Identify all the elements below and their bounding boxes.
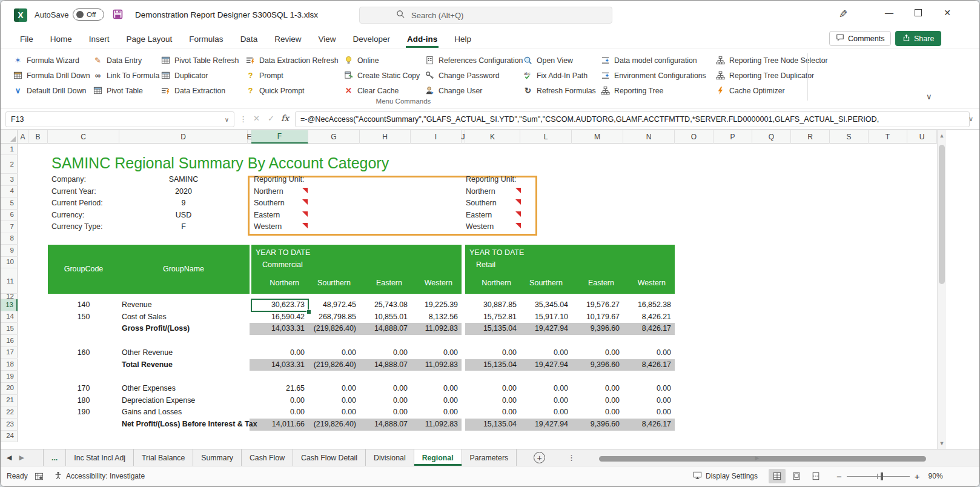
value-cell[interactable]: 0.00 [623, 383, 671, 395]
value-cell[interactable]: 0.00 [572, 347, 620, 359]
value-cell[interactable]: 19,225.39 [411, 299, 458, 311]
horizontal-scrollbar[interactable]: ◀ ▶ [577, 453, 937, 462]
column-header-Q[interactable]: Q [752, 130, 791, 144]
sheet-nav-right-icon[interactable]: ▶ [19, 454, 24, 462]
row-header-6[interactable]: 6 [1, 210, 18, 222]
value-cell[interactable]: 0.00 [411, 395, 458, 407]
info-value-currency[interactable]: USD [119, 210, 248, 222]
value-cell[interactable]: (219,826.40) [308, 419, 356, 431]
zoom-slider[interactable] [847, 472, 910, 480]
reporting-unit-northern-1[interactable]: Northern [254, 186, 283, 198]
column-header-U[interactable]: U [907, 130, 937, 144]
info-value-current-year[interactable]: 2020 [119, 186, 248, 198]
value-cell[interactable]: 16,852.38 [623, 299, 671, 311]
column-header-C[interactable]: C [48, 130, 119, 144]
value-cell[interactable]: (219,826.40) [308, 323, 356, 335]
selection-fill-handle[interactable] [306, 310, 311, 314]
value-cell[interactable]: 0.00 [411, 347, 458, 359]
vscroll-thumb[interactable] [939, 145, 945, 284]
column-header-I[interactable]: I [411, 130, 462, 144]
group-name-cell[interactable]: Other Revenue [122, 347, 173, 359]
row-header-23[interactable]: 23 [1, 419, 18, 431]
sheet-tab-summary[interactable]: Summary [193, 449, 242, 466]
display-settings-button[interactable]: Display Settings [693, 466, 758, 486]
reporting-unit-eastern-1[interactable]: Eastern [254, 210, 280, 222]
zoom-out-icon[interactable]: − [836, 471, 842, 482]
zoom-slider-thumb[interactable] [881, 472, 883, 480]
sheet-tab-parameters[interactable]: Parameters [462, 449, 517, 466]
sheet-tab-cash-flow-detail[interactable]: Cash Flow Detail [293, 449, 366, 466]
group-name-cell[interactable]: Revenue [122, 299, 152, 311]
row-header-5[interactable]: 5 [1, 197, 18, 210]
value-cell[interactable]: 14,011.66 [251, 419, 305, 431]
group-code-cell[interactable]: 180 [48, 395, 119, 407]
reporting-unit-western-1[interactable]: Western [254, 221, 282, 233]
group-code-cell[interactable]: 190 [48, 406, 119, 419]
zoom-in-icon[interactable]: + [915, 471, 920, 482]
column-header-R[interactable]: R [791, 130, 830, 144]
value-cell[interactable]: 14,888.07 [360, 419, 408, 431]
group-code-cell[interactable]: 140 [48, 299, 119, 311]
hscroll-right-icon[interactable]: ▶ [577, 455, 937, 461]
value-cell[interactable]: 8,426.17 [623, 359, 671, 371]
value-cell[interactable]: 0.00 [465, 383, 517, 395]
tabbar-dots-icon[interactable]: ⋮ [568, 453, 575, 462]
value-cell[interactable]: 0.00 [251, 395, 305, 407]
value-cell[interactable]: 19,427.94 [520, 323, 568, 335]
value-cell[interactable]: 0.00 [465, 347, 517, 359]
group-code-cell[interactable]: 160 [48, 347, 119, 359]
column-header-F[interactable]: F [251, 130, 308, 144]
value-cell[interactable]: 0.00 [308, 383, 356, 395]
selected-cell-outline[interactable] [251, 299, 309, 312]
value-cell[interactable]: 14,888.07 [360, 323, 408, 335]
row-header-24[interactable]: 24 [1, 431, 18, 443]
reporting-unit-label-1[interactable]: Reporting Unit: [254, 174, 304, 186]
column-header-H[interactable]: H [360, 130, 411, 144]
value-cell[interactable]: 30,887.85 [465, 299, 517, 311]
group-name-cell[interactable]: Gross Profit/(Loss) [122, 323, 190, 335]
row-header-2[interactable]: 2 [1, 155, 18, 174]
sheet-nav-left-icon[interactable]: ◀ [7, 454, 12, 462]
value-cell[interactable]: 11,092.83 [411, 419, 458, 431]
column-header-O[interactable]: O [675, 130, 713, 144]
row-header-16[interactable]: 16 [1, 335, 18, 347]
row-header-18[interactable]: 18 [1, 359, 18, 371]
row-header-9[interactable]: 9 [1, 245, 18, 257]
value-cell[interactable]: 14,888.07 [360, 359, 408, 371]
value-cell[interactable]: 9,396.60 [572, 419, 620, 431]
reporting-unit-eastern-2[interactable]: Eastern [466, 210, 492, 222]
value-cell[interactable]: 14,033.31 [251, 359, 305, 371]
value-cell[interactable]: 14,033.31 [251, 323, 305, 335]
value-cell[interactable]: 8,426.17 [623, 419, 671, 431]
group-name-cell[interactable]: Depreciation Expense [122, 395, 195, 407]
group-name-cell[interactable]: Cost of Sales [122, 311, 167, 323]
value-cell[interactable]: 15,135.04 [465, 323, 517, 335]
info-value-currency-type[interactable]: F [119, 221, 248, 233]
page-layout-view-button[interactable] [788, 469, 805, 483]
sheet-tab-trial-balance[interactable]: Trial Balance [134, 449, 193, 466]
value-cell[interactable]: 0.00 [465, 395, 517, 407]
row-header-22[interactable]: 22 [1, 406, 18, 419]
value-cell[interactable]: 8,132.56 [411, 311, 458, 323]
value-cell[interactable]: 19,576.27 [572, 299, 620, 311]
value-cell[interactable]: 21.65 [251, 383, 305, 395]
normal-view-button[interactable] [769, 469, 786, 483]
reporting-unit-western-2[interactable]: Western [466, 221, 494, 233]
row-header-15[interactable]: 15 [1, 323, 18, 335]
value-cell[interactable]: 0.00 [520, 406, 568, 419]
value-cell[interactable]: 10,855.01 [360, 311, 408, 323]
value-cell[interactable]: 0.00 [360, 347, 408, 359]
page-break-view-button[interactable] [807, 469, 824, 483]
row-header-13[interactable]: 13 [1, 299, 18, 311]
group-name-cell[interactable]: Net Profit/(Loss) Before Interest & Tax [122, 419, 257, 431]
value-cell[interactable]: 25,743.08 [360, 299, 408, 311]
zoom-level[interactable]: 90% [929, 472, 943, 480]
value-cell[interactable]: 0.00 [308, 406, 356, 419]
group-code-cell[interactable]: 170 [48, 383, 119, 395]
group-name-cell[interactable]: Other Expenses [122, 383, 176, 395]
value-cell[interactable]: 0.00 [572, 383, 620, 395]
reporting-unit-southern-1[interactable]: Southern [254, 197, 285, 210]
reporting-unit-label-2[interactable]: Reporting Unit: [466, 174, 516, 186]
column-header-N[interactable]: N [623, 130, 675, 144]
row-header-1[interactable]: 1 [1, 144, 18, 155]
